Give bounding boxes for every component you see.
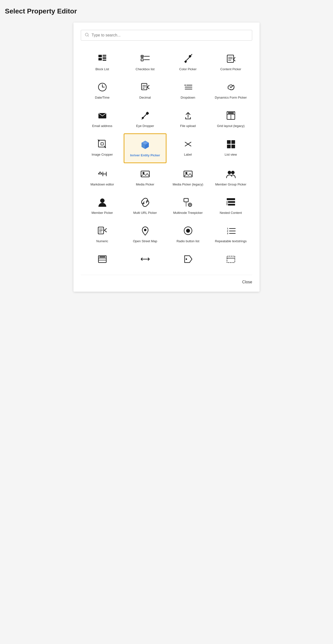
svg-rect-10 <box>141 59 143 61</box>
property-editor-grid: Block List Checkbox list <box>81 48 252 272</box>
grid-item-member-picker[interactable]: Member Picker <box>81 192 124 220</box>
svg-point-109 <box>186 258 187 260</box>
svg-text:1: 1 <box>227 227 228 230</box>
repeatable-textstrings-icon: 1 2 3 <box>226 225 236 236</box>
grid-item-multinode-treepicker[interactable]: Multinode Treepicker <box>167 192 209 220</box>
image-cropper-icon <box>98 138 107 150</box>
search-icon <box>85 32 89 38</box>
grid-item-grid-layout[interactable]: Grid layout (legacy) <box>209 105 252 133</box>
eye-dropper-label: Eye Dropper <box>136 124 154 128</box>
grid-item-row-2[interactable] <box>124 248 167 272</box>
tag-row-icon <box>183 253 193 265</box>
grid-item-dynamics-form-picker[interactable]: Dynamics Form Picker <box>209 76 252 105</box>
content-picker-icon <box>226 53 236 64</box>
grid-item-list-view[interactable]: List view <box>209 133 252 163</box>
markdown-editor-icon <box>98 168 107 180</box>
multinode-treepicker-icon <box>183 196 193 208</box>
inriver-entity-picker-label: Inriver Entity Picker <box>130 153 160 158</box>
grid-item-repeatable-textstrings[interactable]: 1 2 3 Repeatable textstrings <box>209 220 252 248</box>
open-street-map-label: Open Street Map <box>133 239 157 244</box>
svg-rect-46 <box>228 112 234 114</box>
numeric-icon <box>98 225 107 236</box>
color-picker-icon <box>183 53 193 64</box>
grid-item-image-cropper[interactable]: Image Cropper <box>81 133 124 163</box>
grid-item-numeric[interactable]: Numeric <box>81 220 124 248</box>
svg-rect-65 <box>227 144 231 148</box>
svg-rect-85 <box>227 198 235 200</box>
list-view-icon <box>226 138 236 150</box>
open-street-map-icon <box>140 225 150 236</box>
grid-item-row-1[interactable] <box>81 248 124 272</box>
grid-item-eye-dropper[interactable]: Eye Dropper <box>124 105 167 133</box>
svg-rect-4 <box>103 55 106 56</box>
grid-layout-icon <box>226 110 236 121</box>
multi-url-picker-label: Multi URL Picker <box>133 211 157 215</box>
email-icon <box>98 110 107 121</box>
svg-point-74 <box>143 172 144 174</box>
inriver-entity-picker-icon <box>140 139 150 151</box>
grid-item-multi-url-picker[interactable]: Multi URL Picker <box>124 192 167 220</box>
grid-item-row-3[interactable] <box>167 248 209 272</box>
grid-item-markdown-editor[interactable]: Markdown editor <box>81 163 124 192</box>
svg-point-79 <box>100 198 105 203</box>
grid-item-radio-button-list[interactable]: Radio button list <box>167 220 209 248</box>
svg-rect-80 <box>184 198 188 202</box>
close-button[interactable]: Close <box>242 280 252 284</box>
nested-content-label: Nested Content <box>220 211 242 215</box>
grid-item-dropdown[interactable]: Dropdown <box>167 76 209 105</box>
radio-button-list-icon <box>183 225 193 236</box>
list-view-label: List view <box>225 152 237 157</box>
grid-item-inriver-entity-picker[interactable]: Inriver Entity Picker <box>124 133 167 163</box>
grid-item-datetime[interactable]: Date/Time <box>81 76 124 105</box>
svg-rect-87 <box>228 204 235 206</box>
grid-item-nested-content[interactable]: Nested Content <box>209 192 252 220</box>
color-picker-label: Color Picker <box>179 67 197 72</box>
svg-rect-2 <box>98 55 102 57</box>
grid-item-file-upload[interactable]: File upload <box>167 105 209 133</box>
svg-point-78 <box>231 171 235 174</box>
svg-rect-66 <box>231 144 235 148</box>
multinode-treepicker-label: Multinode Treepicker <box>173 211 203 215</box>
svg-marker-33 <box>185 85 186 86</box>
modal-container: Block List Checkbox list <box>74 22 259 292</box>
grid-item-media-picker-legacy[interactable]: Media Picker (legacy) <box>167 163 209 192</box>
media-picker-label: Media Picker <box>136 182 154 187</box>
svg-text:2: 2 <box>227 230 228 232</box>
file-upload-icon <box>183 110 193 121</box>
block-list-icon <box>98 53 107 64</box>
grid-item-member-group-picker[interactable]: Member Group Picker <box>209 163 252 192</box>
window-row-icon <box>226 253 236 265</box>
grid-item-checkbox-list[interactable]: Checkbox list <box>124 48 167 76</box>
member-picker-icon <box>98 196 107 208</box>
label-label: Label <box>184 152 192 157</box>
grid-item-color-picker[interactable]: Color Picker <box>167 48 209 76</box>
decimal-icon <box>140 81 150 93</box>
svg-point-76 <box>185 172 187 174</box>
grid-item-content-picker[interactable]: Content Picker <box>209 48 252 76</box>
svg-point-95 <box>144 229 146 231</box>
grid-item-open-street-map[interactable]: Open Street Map <box>124 220 167 248</box>
grid-item-decimal[interactable]: Decimal <box>124 76 167 105</box>
grid-item-email-address[interactable]: Email address <box>81 105 124 133</box>
media-picker-icon <box>140 168 150 180</box>
grid-item-row-4[interactable] <box>209 248 252 272</box>
svg-point-97 <box>186 229 190 233</box>
grid-item-media-picker[interactable]: Media Picker <box>124 163 167 192</box>
grid-item-label[interactable]: Label <box>167 133 209 163</box>
nested-content-icon <box>226 196 236 208</box>
svg-rect-73 <box>141 171 149 177</box>
content-picker-label: Content Picker <box>220 67 241 72</box>
radio-button-list-label: Radio button list <box>177 239 199 244</box>
member-group-picker-icon <box>226 168 236 180</box>
svg-line-1 <box>88 36 88 36</box>
file-upload-label: File upload <box>180 124 196 128</box>
svg-rect-5 <box>103 56 106 58</box>
repeatable-textstrings-label: Repeatable textstrings <box>215 239 247 244</box>
label-icon <box>183 138 193 150</box>
search-input[interactable] <box>92 33 248 38</box>
grid-item-block-list[interactable]: Block List <box>81 48 124 76</box>
svg-line-17 <box>191 54 192 55</box>
svg-rect-63 <box>227 140 231 144</box>
dropdown-icon <box>183 81 193 93</box>
svg-rect-64 <box>231 140 235 144</box>
